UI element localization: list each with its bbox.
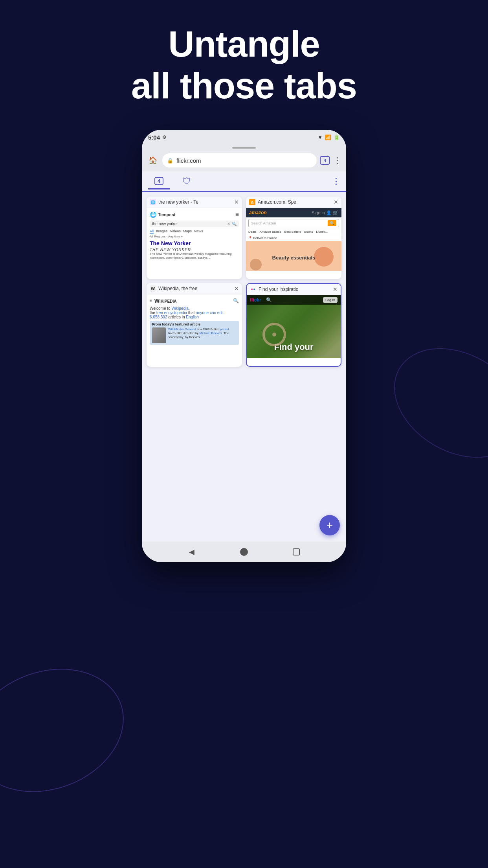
- tabs-badge[interactable]: 4: [320, 156, 330, 165]
- flickr-tab-title: Find your inspiratio: [259, 287, 330, 292]
- signal-icon: 📶: [325, 134, 331, 140]
- filter-all: All: [150, 229, 154, 234]
- lock-icon: 🔒: [167, 158, 173, 164]
- filter-videos: Videos: [170, 229, 181, 234]
- tempest-favicon: 🌐: [150, 199, 156, 205]
- wiki-featured-title: From today's featured article: [152, 322, 237, 326]
- recents-icon: [293, 548, 300, 555]
- new-tab-fab-button[interactable]: +: [319, 515, 340, 535]
- product-circle: [314, 247, 334, 267]
- tabs-area: 🌐 the new yorker - Te ✕ 🌐 Tempest: [142, 192, 346, 542]
- flickr-top-bar: flickr 🔍 Log In: [247, 295, 341, 305]
- home-button[interactable]: 🏠: [147, 154, 159, 167]
- result-logo: THE NEW YORKER: [150, 248, 239, 252]
- flickr-tab-card[interactable]: ● ● Find your inspiratio ✕ flickr 🔍: [246, 283, 341, 367]
- nav-sellers: Best Sellers: [284, 230, 301, 234]
- filter-images: Images: [156, 229, 168, 234]
- hero-title-line1: Untangle: [0, 24, 488, 65]
- wiki-article-text: Witchfinder General is a 1968 British pe…: [168, 327, 237, 343]
- nav-basics: Amazon Basics: [259, 230, 281, 234]
- home-button[interactable]: [238, 546, 250, 557]
- amazon-banner: Beauty essentials: [246, 241, 341, 271]
- address-bar[interactable]: 🔒 flickr.com: [162, 153, 317, 167]
- tab-header: 🌐 the new yorker - Te ✕: [147, 197, 242, 208]
- bg-decoration-right: [374, 326, 488, 480]
- new-yorker-tab-title: the new yorker - Te: [158, 199, 232, 205]
- recents-button[interactable]: [291, 546, 302, 557]
- settings-icon: ⚙: [162, 134, 167, 140]
- result-desc: The New Yorker is an American weekly mag…: [150, 252, 239, 260]
- wifi-icon: ▼: [317, 134, 323, 140]
- amazon-preview: amazon Sign in 👤 🛒 Search Amazon 🔍 Deals: [246, 208, 341, 271]
- back-button[interactable]: ◀: [186, 546, 197, 557]
- normal-tabs-button[interactable]: 4: [148, 174, 170, 189]
- status-time: 5:04: [148, 134, 160, 141]
- search-term: the new yorker: [152, 222, 226, 226]
- handle-bar: [232, 147, 256, 149]
- tabs-grid: 🌐 the new yorker - Te ✕ 🌐 Tempest: [142, 192, 346, 371]
- hero-title: Untangle all those tabs: [0, 24, 488, 107]
- result-title: The New Yorker: [150, 240, 239, 246]
- tab-bar: 4 🛡 ⋮: [142, 171, 346, 192]
- new-yorker-tab-close[interactable]: ✕: [234, 199, 239, 205]
- url-text: flickr.com: [176, 157, 201, 164]
- wikipedia-tab-close[interactable]: ✕: [234, 285, 239, 292]
- tab-header: ● ● Find your inspiratio ✕: [247, 284, 341, 295]
- tab-header: a Amazon.com. Spe ✕: [246, 197, 341, 208]
- browser-main-area: +: [142, 371, 346, 542]
- browser-menu-button[interactable]: ⋮: [333, 156, 341, 165]
- wikipedia-favicon: W: [150, 285, 156, 292]
- back-icon: ◀: [189, 548, 194, 556]
- amazon-tab-close[interactable]: ✕: [334, 199, 338, 205]
- new-yorker-preview: 🌐 Tempest ≡ the new yorker ✕ 🔍: [147, 208, 242, 271]
- wiki-featured-box: From today's featured article Witchfinde…: [150, 321, 239, 345]
- wikipedia-tab-card[interactable]: W Wikipedia, the free ✕ ≡ Wikipedia 🔍: [147, 283, 242, 367]
- nav-live: Livestr...: [316, 230, 328, 234]
- phone-mockup: 5:04 ⚙ ▼ 📶 🔋 🏠 🔒 flickr.com 4: [142, 130, 346, 829]
- amazon-tab-card[interactable]: a Amazon.com. Spe ✕ amazon Sign in 👤 🛒: [246, 197, 341, 279]
- amazon-tab-title: Amazon.com. Spe: [258, 199, 331, 205]
- browser-chrome: 🏠 🔒 flickr.com 4 ⋮: [142, 150, 346, 171]
- filter-maps: Maps: [183, 229, 192, 234]
- wiki-search-icon: 🔍: [233, 298, 239, 303]
- nav-deals: Deals: [248, 230, 256, 234]
- flickr-preview: flickr 🔍 Log In Find your: [247, 295, 341, 358]
- home-icon: [240, 548, 248, 556]
- wiki-welcome: Welcome to Wikipedia, the free encyclope…: [150, 306, 239, 319]
- new-yorker-tab-card[interactable]: 🌐 the new yorker - Te ✕ 🌐 Tempest: [147, 197, 242, 279]
- tab-header: W Wikipedia, the free ✕: [147, 283, 242, 294]
- wikipedia-preview: ≡ Wikipedia 🔍 Welcome to Wikipedia, the …: [147, 294, 242, 357]
- flickr-logo: flickr: [250, 297, 261, 303]
- fab-plus-icon: +: [327, 519, 333, 531]
- amazon-logo: amazon: [249, 210, 267, 215]
- tab-menu-button[interactable]: ⋮: [332, 177, 340, 186]
- flickr-tab-close[interactable]: ✕: [333, 286, 338, 292]
- phone-bottom-nav: ◀: [142, 542, 346, 562]
- flickr-favicon: ● ●: [250, 286, 256, 292]
- tab-count: 4: [154, 177, 163, 185]
- hero-title-line2: all those tabs: [0, 65, 488, 107]
- private-tabs-button[interactable]: 🛡: [176, 173, 197, 189]
- filter-news: News: [194, 229, 203, 234]
- wikipedia-title: Wikipedia: [154, 298, 177, 304]
- bg-decoration-left: [0, 648, 141, 813]
- flickr-login: Log In: [323, 297, 338, 303]
- status-bar: 5:04 ⚙ ▼ 📶 🔋: [142, 130, 346, 145]
- wikipedia-tab-title: Wikipedia, the free: [158, 286, 232, 291]
- wiki-portrait: [152, 327, 166, 343]
- flickr-background: Find your: [247, 295, 341, 358]
- flickr-wheel: [262, 323, 286, 346]
- battery-icon: 🔋: [334, 134, 340, 140]
- nav-books: Books: [304, 230, 313, 234]
- amazon-favicon: a: [249, 199, 255, 205]
- shield-icon: 🛡: [182, 176, 191, 186]
- phone-shell: 5:04 ⚙ ▼ 📶 🔋 🏠 🔒 flickr.com 4: [142, 130, 346, 562]
